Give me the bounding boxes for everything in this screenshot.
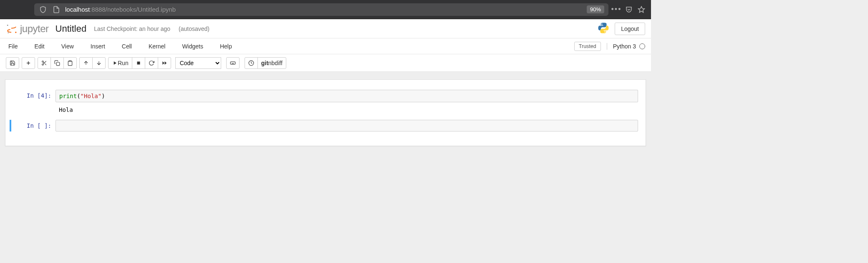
in-prompt: In [ ]: [11, 120, 56, 132]
pocket-icon[interactable] [624, 5, 633, 14]
cell-output: Hola [56, 104, 641, 116]
out-prompt-blank [10, 104, 56, 116]
insert-cell-button[interactable] [22, 57, 35, 69]
move-down-button[interactable] [92, 57, 106, 69]
menu-widgets[interactable]: Widgets [179, 41, 206, 51]
code-func: print [59, 93, 77, 99]
python-logo-icon [597, 22, 610, 36]
notebook-name[interactable]: Untitled [56, 23, 87, 34]
more-icon[interactable]: ••• [612, 5, 621, 14]
svg-point-1 [8, 29, 16, 32]
zoom-badge[interactable]: 90% [587, 5, 604, 13]
shield-icon [38, 5, 48, 14]
svg-point-2 [7, 25, 8, 26]
toolbar: Run Code git nbdiff [0, 54, 651, 72]
git-rest-label: nbdiff [268, 60, 283, 66]
trusted-badge[interactable]: Trusted [574, 42, 601, 51]
checkpoint-text: Last Checkpoint: an hour ago [94, 25, 170, 32]
svg-point-5 [42, 61, 44, 62]
menu-view[interactable]: View [59, 41, 76, 51]
browser-address-bar: localhost:8888/notebooks/Untitled.ipynb … [0, 0, 651, 19]
svg-point-4 [8, 32, 9, 33]
command-palette-button[interactable] [226, 57, 240, 69]
jupyter-header: jupyter Untitled Last Checkpoint: an hou… [0, 19, 651, 38]
kernel-idle-icon [639, 43, 645, 49]
output-row: Hola [10, 104, 641, 116]
logout-button[interactable]: Logout [615, 23, 645, 35]
jupyter-logo[interactable]: jupyter [6, 23, 49, 35]
code-input[interactable]: print("Hola") [56, 90, 638, 102]
code-string: "Hola" [81, 93, 102, 99]
notebook-container: In [4]: print("Hola") Hola In [ ]: [5, 79, 646, 146]
url-text: localhost:8888/notebooks/Untitled.ipynb [65, 6, 579, 13]
menu-help[interactable]: Help [217, 41, 235, 51]
code-paren-open: ( [77, 93, 80, 99]
bookmark-star-icon[interactable] [637, 5, 646, 14]
cut-button[interactable] [38, 57, 51, 69]
svg-point-6 [42, 63, 44, 65]
notebook-area: In [4]: print("Hola") Hola In [ ]: [0, 72, 651, 154]
kernel-label: Python 3 [613, 43, 636, 50]
menu-file[interactable]: File [6, 41, 20, 51]
url-bar[interactable]: localhost:8888/notebooks/Untitled.ipynb … [34, 3, 608, 16]
save-button[interactable] [6, 57, 19, 69]
git-nbdiff-button[interactable]: git nbdiff [257, 57, 286, 69]
autosave-text: (autosaved) [179, 25, 209, 32]
menu-bar: File Edit View Insert Cell Kernel Widget… [0, 38, 651, 54]
move-up-button[interactable] [79, 57, 93, 69]
svg-rect-9 [137, 61, 140, 64]
page-icon [52, 5, 61, 14]
copy-button[interactable] [50, 57, 64, 69]
code-input[interactable] [56, 120, 638, 132]
cell-type-select[interactable]: Code [175, 57, 221, 69]
git-bold-label: git [261, 60, 268, 66]
svg-point-0 [8, 25, 16, 28]
run-label: Run [118, 60, 129, 66]
svg-rect-10 [230, 62, 235, 64]
menu-edit[interactable]: Edit [32, 41, 47, 51]
git-history-button[interactable] [245, 57, 258, 69]
svg-rect-7 [56, 62, 60, 66]
menu-cell[interactable]: Cell [119, 41, 134, 51]
code-paren-close: ) [101, 93, 105, 99]
svg-point-3 [15, 31, 17, 33]
paste-button[interactable] [63, 57, 77, 69]
run-button[interactable]: Run [108, 57, 132, 69]
kernel-indicator[interactable]: Python 3 [607, 43, 645, 50]
logo-text: jupyter [20, 23, 49, 35]
restart-button[interactable] [145, 57, 158, 69]
code-cell[interactable]: In [ ]: [10, 120, 641, 132]
code-cell[interactable]: In [4]: print("Hola") [10, 90, 641, 102]
svg-rect-8 [69, 61, 71, 61]
interrupt-button[interactable] [132, 57, 145, 69]
menu-kernel[interactable]: Kernel [146, 41, 168, 51]
in-prompt: In [4]: [10, 90, 56, 102]
restart-run-all-button[interactable] [158, 57, 171, 69]
menu-insert[interactable]: Insert [88, 41, 108, 51]
